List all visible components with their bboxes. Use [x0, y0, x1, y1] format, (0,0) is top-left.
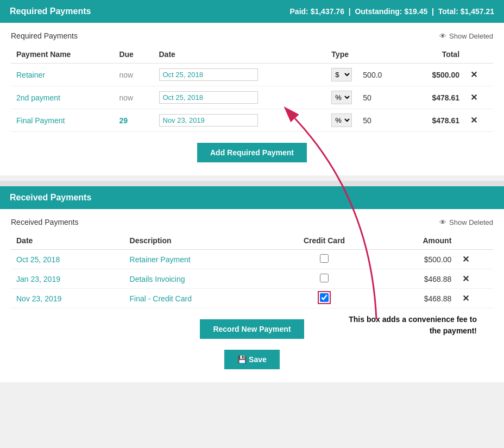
req-payment-value: 500.0 — [357, 64, 405, 86]
req-payment-type[interactable]: $ % — [326, 86, 357, 109]
req-type-select[interactable]: $ % — [331, 91, 352, 104]
req-payment-name[interactable]: Final Payment — [11, 109, 114, 132]
required-payments-title: Required Payments — [10, 7, 91, 16]
remove-icon[interactable]: ✕ — [462, 255, 469, 264]
remove-icon[interactable]: ✕ — [470, 116, 477, 125]
col-type: Type — [326, 46, 405, 64]
req-payment-type[interactable]: $ % — [326, 109, 357, 132]
required-payments-table: Payment Name Due Date Type Total Retaine… — [11, 46, 493, 132]
rec-payment-date: Oct 25, 2018 — [11, 250, 124, 269]
rec-payment-date: Nov 23, 2019 — [11, 289, 124, 308]
col-rec-date: Date — [11, 232, 124, 250]
required-show-deleted[interactable]: 👁 Show Deleted — [439, 32, 493, 40]
record-new-payment-button[interactable]: Record New Payment — [200, 319, 304, 339]
received-payments-table: Date Description Credit Card Amount Oct … — [11, 232, 493, 308]
credit-card-checkbox[interactable] — [320, 254, 329, 263]
rec-payment-remove[interactable]: ✕ — [457, 250, 493, 269]
rec-payment-amount: $468.88 — [377, 269, 457, 289]
total-value: $1,457.21 — [461, 7, 494, 16]
req-payment-due: 29 — [114, 109, 153, 132]
req-payment-total: $478.61 — [405, 109, 465, 132]
received-payments-title: Received Payments — [10, 193, 91, 203]
received-payments-panel: Received Payments 👁 Show Deleted Date De… — [0, 209, 504, 382]
required-payment-row: Retainer now $ % 500.0 $500.00 ✕ — [11, 64, 493, 86]
paid-value: $1,437.76 — [311, 7, 344, 16]
remove-icon[interactable]: ✕ — [462, 294, 469, 303]
rec-payment-description: Retainer Payment — [124, 250, 272, 269]
remove-icon[interactable]: ✕ — [470, 93, 477, 102]
req-payment-total: $478.61 — [405, 86, 465, 109]
rec-payment-description: Final - Credit Card — [124, 289, 272, 308]
credit-card-checkbox[interactable] — [320, 293, 329, 302]
req-date-input[interactable] — [159, 68, 258, 81]
credit-card-checkbox[interactable] — [320, 274, 329, 282]
req-type-select[interactable]: $ % — [331, 113, 352, 127]
page-wrapper: Required Payments Paid: $1,437.76 | Outs… — [0, 0, 504, 382]
add-required-payment-button[interactable]: Add Required Payment — [197, 143, 307, 162]
total-label: Total: — [438, 7, 458, 16]
eye-icon: 👁 — [439, 32, 446, 40]
received-payments-header: Received Payments — [0, 186, 504, 209]
received-show-deleted-label: Show Deleted — [449, 218, 493, 226]
required-payment-row: Final Payment 29 $ % 50 $478.61 ✕ — [11, 109, 493, 132]
col-payment-name: Payment Name — [11, 46, 114, 64]
req-type-select[interactable]: $ % — [331, 68, 352, 81]
req-date-input[interactable] — [159, 91, 258, 104]
req-payment-due: now — [114, 86, 153, 109]
req-payment-due: now — [114, 64, 153, 86]
req-payment-date[interactable] — [154, 109, 326, 132]
outstanding-label: Outstanding: — [355, 7, 402, 16]
req-payment-total: $500.00 — [405, 64, 465, 86]
rec-credit-card-cell[interactable] — [272, 289, 377, 308]
rec-credit-card-cell[interactable] — [272, 250, 377, 269]
req-payment-remove[interactable]: ✕ — [465, 64, 493, 86]
rec-credit-card-cell[interactable] — [272, 269, 377, 289]
received-payments-thead: Date Description Credit Card Amount — [11, 232, 493, 250]
received-payment-row: Jan 23, 2019 Details Invoicing $468.88 ✕ — [11, 269, 493, 289]
req-payment-remove[interactable]: ✕ — [465, 86, 493, 109]
rec-payment-remove[interactable]: ✕ — [457, 269, 493, 289]
outstanding-value: $19.45 — [404, 7, 427, 16]
req-payment-name[interactable]: Retainer — [11, 64, 114, 86]
req-payment-date[interactable] — [154, 86, 326, 109]
received-payments-label-text: Received Payments — [11, 218, 79, 226]
col-due: Due — [114, 46, 153, 64]
received-payments-header-row: Date Description Credit Card Amount — [11, 232, 493, 250]
required-payment-row: 2nd payment now $ % 50 $478.61 ✕ — [11, 86, 493, 109]
required-payments-panel: Required Payments 👁 Show Deleted Payment… — [0, 23, 504, 175]
required-payments-panel-label: Required Payments 👁 Show Deleted — [11, 31, 493, 40]
required-payments-header: Required Payments Paid: $1,437.76 | Outs… — [0, 0, 504, 23]
rec-payment-amount: $468.88 — [377, 289, 457, 308]
remove-icon[interactable]: ✕ — [470, 70, 477, 79]
received-show-deleted[interactable]: 👁 Show Deleted — [439, 218, 493, 226]
req-payment-value: 50 — [357, 109, 405, 132]
req-payment-date[interactable] — [154, 64, 326, 86]
section-divider — [0, 181, 504, 186]
required-payments-label-text: Required Payments — [11, 31, 78, 40]
col-rec-description: Description — [124, 232, 272, 250]
req-payment-value: 50 — [357, 86, 405, 109]
received-payments-panel-label: Received Payments 👁 Show Deleted — [11, 218, 493, 226]
req-payment-type[interactable]: $ % — [326, 64, 357, 86]
required-payments-thead: Payment Name Due Date Type Total — [11, 46, 493, 64]
required-payments-summary: Paid: $1,437.76 | Outstanding: $19.45 | … — [290, 7, 494, 16]
rec-payment-description: Details Invoicing — [124, 269, 272, 289]
add-required-payment-container: Add Required Payment — [11, 143, 493, 162]
remove-icon[interactable]: ✕ — [462, 274, 469, 283]
save-button-container: 💾 Save — [11, 350, 493, 369]
col-amount: Amount — [377, 232, 457, 250]
save-button[interactable]: 💾 Save — [224, 350, 280, 369]
col-total: Total — [405, 46, 465, 64]
show-deleted-label: Show Deleted — [449, 32, 493, 40]
req-payment-remove[interactable]: ✕ — [465, 109, 493, 132]
eye-icon-2: 👁 — [439, 218, 446, 226]
paid-label: Paid: — [290, 7, 308, 16]
rec-payment-remove[interactable]: ✕ — [457, 289, 493, 308]
received-actions-area: Record New Payment This box adds a conve… — [11, 319, 493, 369]
req-date-input[interactable] — [159, 114, 258, 127]
rec-payment-date: Jan 23, 2019 — [11, 269, 124, 289]
rec-payment-amount: $500.00 — [377, 250, 457, 269]
received-payments-tbody: Oct 25, 2018 Retainer Payment $500.00 ✕ … — [11, 250, 493, 308]
req-payment-name[interactable]: 2nd payment — [11, 86, 114, 109]
required-payments-tbody: Retainer now $ % 500.0 $500.00 ✕ 2nd pay… — [11, 64, 493, 132]
